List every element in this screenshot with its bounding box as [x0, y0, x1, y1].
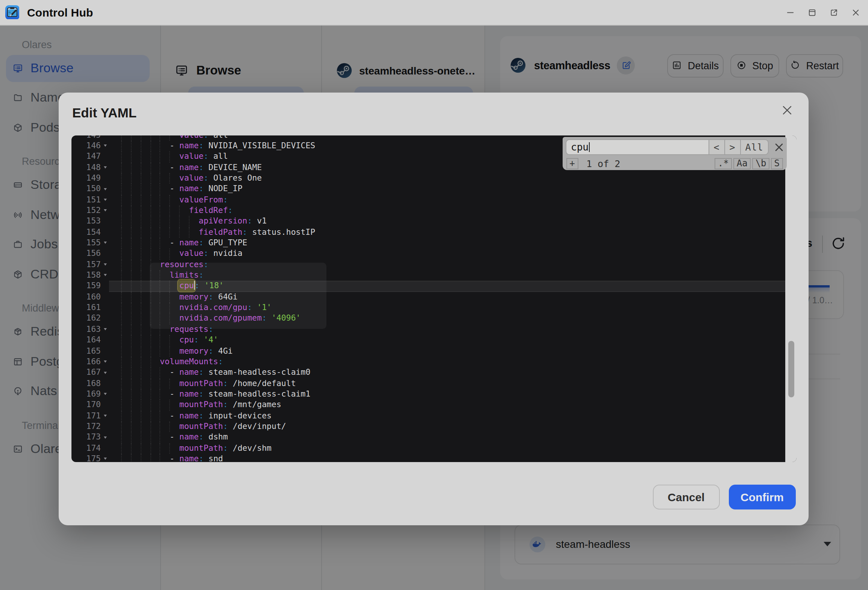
fold-arrow-icon[interactable]	[104, 436, 107, 438]
code-line-160[interactable]: 160 memory: 64Gi	[71, 292, 785, 303]
line-number: 167	[71, 367, 101, 378]
maximize-icon[interactable]	[807, 8, 816, 17]
code-line-152[interactable]: 152 fieldRef:	[71, 205, 785, 216]
code-line-157[interactable]: 157 resources:	[71, 259, 785, 270]
search-prev-button[interactable]: <	[708, 139, 724, 155]
fold-arrow-icon[interactable]	[104, 360, 107, 363]
code-text: - name: steam-headless-claim0	[111, 367, 310, 378]
line-number: 156	[71, 249, 101, 260]
fold-arrow-icon[interactable]	[104, 458, 107, 460]
code-line-163[interactable]: 163 requests:	[71, 324, 785, 335]
code-text: fieldRef:	[111, 205, 233, 216]
code-text: - name: steam-headless-claim1	[111, 389, 310, 400]
code-line-159[interactable]: 159 cpu: '18'	[71, 281, 785, 292]
code-line-162[interactable]: 162 nvidia.com/gpumem: '4096'	[71, 313, 785, 324]
editor-search-panel: cpu < > All + 1 of 2 .* Aa \b S	[562, 137, 787, 170]
search-add-button[interactable]: +	[566, 158, 578, 169]
code-line-153[interactable]: 153 apiVersion: v1	[71, 216, 785, 227]
minimize-icon[interactable]	[786, 8, 794, 17]
code-line-167[interactable]: 167 - name: steam-headless-claim0	[71, 367, 785, 378]
code-text: memory: 64Gi	[111, 292, 238, 303]
code-line-158[interactable]: 158 limits:	[71, 270, 785, 281]
line-number: 171	[71, 411, 101, 421]
line-number: 148	[71, 162, 101, 173]
fold-arrow-icon[interactable]	[104, 371, 107, 374]
line-number: 163	[71, 324, 101, 335]
line-number: 155	[71, 238, 101, 249]
code-line-165[interactable]: 165 memory: 4Gi	[71, 346, 785, 357]
editor-cursor	[194, 281, 194, 290]
line-number: 168	[71, 378, 101, 389]
search-case-toggle[interactable]: Aa	[733, 158, 751, 169]
code-line-151[interactable]: 151 valueFrom:	[71, 195, 785, 205]
line-number: 157	[71, 259, 101, 270]
editor-scrollbar-thumb[interactable]	[788, 341, 794, 397]
line-number: 158	[71, 270, 101, 281]
code-text: value: Olares One	[111, 173, 262, 184]
code-line-149[interactable]: 149 value: Olares One	[71, 173, 785, 184]
code-line-174[interactable]: 174 mountPath: /dev/shm	[71, 443, 785, 454]
code-line-169[interactable]: 169 - name: steam-headless-claim1	[71, 389, 785, 400]
fold-arrow-icon[interactable]	[104, 144, 107, 147]
close-icon[interactable]	[851, 8, 860, 17]
code-line-171[interactable]: 171 - name: input-devices	[71, 411, 785, 421]
fold-arrow-icon[interactable]	[104, 242, 107, 244]
fold-arrow-icon[interactable]	[104, 393, 107, 395]
line-number: 160	[71, 292, 101, 303]
line-number: 151	[71, 195, 101, 205]
fold-arrow-icon[interactable]	[104, 199, 107, 201]
line-number: 165	[71, 346, 101, 357]
code-line-161[interactable]: 161 nvidia.com/gpu: '1'	[71, 303, 785, 313]
code-text: - name: GPU_TYPE	[111, 238, 247, 249]
code-text: volumeMounts:	[111, 357, 223, 368]
edit-yaml-dialog: Edit YAML 145 value: all146 - name: NVID…	[58, 93, 809, 525]
dialog-close-icon[interactable]	[781, 104, 794, 117]
line-number: 159	[71, 281, 101, 292]
fold-arrow-icon[interactable]	[104, 166, 107, 169]
code-line-156[interactable]: 156 value: nvidia	[71, 249, 785, 260]
editor-code: 145 value: all146 - name: NVIDIA_VISIBLE…	[71, 135, 785, 462]
code-line-166[interactable]: 166 volumeMounts:	[71, 357, 785, 368]
search-query: cpu	[571, 141, 589, 153]
code-line-155[interactable]: 155 - name: GPU_TYPE	[71, 238, 785, 249]
fold-arrow-icon[interactable]	[104, 415, 107, 417]
search-input[interactable]: cpu	[565, 139, 708, 155]
fold-arrow-icon[interactable]	[104, 328, 107, 330]
text-cursor	[589, 142, 590, 152]
code-line-168[interactable]: 168 mountPath: /home/default	[71, 378, 785, 389]
yaml-editor[interactable]: 145 value: all146 - name: NVIDIA_VISIBLE…	[71, 135, 797, 462]
line-number: 169	[71, 389, 101, 400]
fold-arrow-icon[interactable]	[104, 274, 107, 277]
code-text: resources:	[111, 259, 208, 270]
code-text: valueFrom:	[111, 195, 228, 205]
search-regex-toggle[interactable]: .*	[715, 158, 732, 169]
line-number: 154	[71, 227, 101, 238]
search-next-button[interactable]: >	[724, 139, 740, 155]
search-word-toggle[interactable]: \b	[752, 158, 770, 169]
line-number: 175	[71, 454, 101, 462]
open-external-icon[interactable]	[829, 8, 838, 17]
code-line-173[interactable]: 173 - name: dshm	[71, 432, 785, 443]
search-all-button[interactable]: All	[740, 139, 769, 155]
code-line-170[interactable]: 170 mountPath: /mnt/games	[71, 400, 785, 411]
confirm-button[interactable]: Confirm	[728, 484, 796, 509]
cancel-button[interactable]: Cancel	[653, 484, 720, 509]
code-line-154[interactable]: 154 fieldPath: status.hostIP	[71, 227, 785, 238]
line-number: 150	[71, 184, 101, 195]
code-line-150[interactable]: 150 - name: NODE_IP	[71, 184, 785, 195]
fold-arrow-icon[interactable]	[104, 188, 107, 190]
code-line-175[interactable]: 175 - name: snd	[71, 454, 785, 462]
fold-arrow-icon[interactable]	[104, 210, 107, 212]
search-close-icon[interactable]	[774, 142, 784, 152]
code-line-172[interactable]: 172 mountPath: /dev/input/	[71, 421, 785, 432]
code-text: fieldPath: status.hostIP	[111, 227, 315, 238]
code-text: cpu: '18'	[111, 281, 224, 292]
code-line-164[interactable]: 164 cpu: '4'	[71, 335, 785, 346]
search-selection-toggle[interactable]: S	[771, 158, 783, 169]
fold-arrow-icon[interactable]	[104, 263, 107, 266]
code-text: apiVersion: v1	[111, 216, 267, 227]
code-text: value: nvidia	[111, 249, 243, 260]
indent-guide	[160, 281, 161, 292]
line-number: 173	[71, 432, 101, 443]
code-text: - name: dshm	[111, 432, 228, 443]
